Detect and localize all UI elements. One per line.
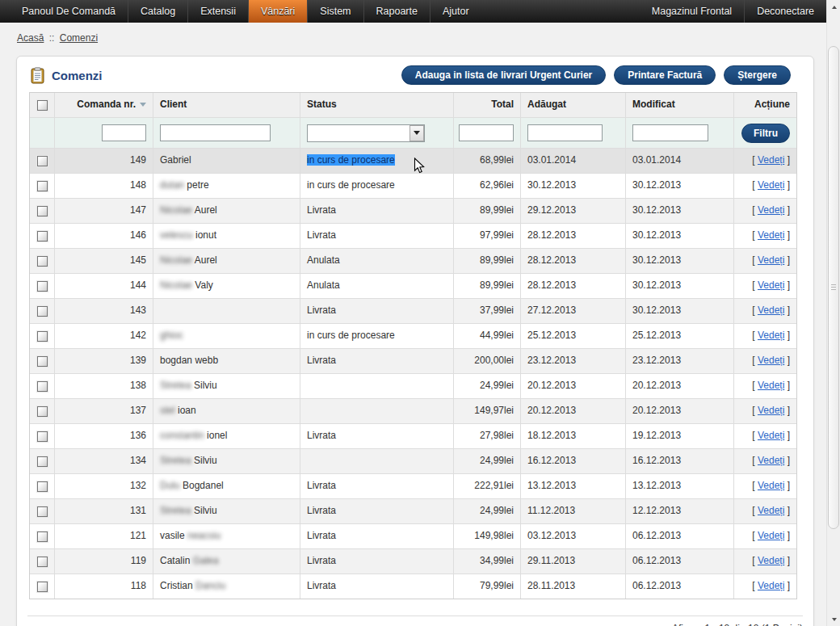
order-status: Livrata — [300, 524, 454, 548]
filter-order-input[interactable] — [102, 124, 146, 141]
column-header-total[interactable]: Total — [454, 93, 521, 117]
view-order-link[interactable]: Vedeți — [758, 405, 784, 416]
view-order-link[interactable]: Vedeți — [758, 580, 784, 591]
filter-modified-input[interactable] — [632, 124, 708, 141]
nav-item-panoul-de-comand-[interactable]: Panoul De Comandă — [10, 0, 128, 23]
filter-client-input[interactable] — [160, 124, 271, 141]
view-order-link[interactable]: Vedeți — [758, 330, 784, 341]
view-order-link[interactable]: Vedeți — [758, 555, 784, 566]
date-added: 13.12.2013 — [521, 474, 626, 498]
date-modified: 30.12.2013 — [626, 249, 734, 273]
nav-item-deconectare[interactable]: Deconectare — [744, 0, 826, 23]
table-row: 136constantin ionelLivrata27,98lei18.12.… — [30, 424, 796, 449]
view-order-link[interactable]: Vedeți — [758, 355, 784, 366]
row-checkbox[interactable] — [37, 306, 48, 317]
action-cell: [ Vedeți ] — [734, 349, 796, 373]
row-checkbox[interactable] — [37, 531, 48, 542]
nav-item-extensii[interactable]: Extensii — [187, 0, 248, 23]
toolbar-button-printare-factur-[interactable]: Printare Factură — [614, 65, 716, 85]
table-row: 138Stretea Silviu24,99lei20.12.201320.12… — [30, 374, 796, 399]
breadcrumb-home-link[interactable]: Acasă — [17, 32, 44, 44]
row-checkbox[interactable] — [37, 181, 48, 191]
row-checkbox[interactable] — [37, 256, 48, 267]
filter-added-input[interactable] — [527, 124, 603, 141]
toolbar-button-adauga-in-lista-de-livrari-urg[interactable]: Adauga in lista de livrari Urgent Curier — [401, 65, 606, 85]
order-number: 132 — [55, 474, 153, 498]
row-checkbox[interactable] — [37, 156, 48, 166]
filter-button[interactable]: Filtru — [741, 124, 790, 143]
scrollbar-down-button[interactable] — [827, 612, 840, 626]
order-number: 118 — [55, 574, 153, 599]
row-checkbox[interactable] — [37, 406, 48, 417]
order-total: 79,99lei — [454, 574, 521, 599]
view-order-link[interactable]: Vedeți — [758, 204, 784, 216]
view-order-link[interactable]: Vedeți — [758, 254, 784, 266]
order-status: Livrata — [300, 574, 454, 599]
row-checkbox[interactable] — [37, 506, 48, 517]
view-order-link[interactable]: Vedeți — [758, 380, 784, 391]
vertical-scrollbar[interactable] — [826, 0, 840, 626]
scrollbar-thumb[interactable] — [828, 46, 839, 529]
row-checkbox[interactable] — [37, 582, 48, 592]
scrollbar-up-button[interactable] — [827, 0, 840, 14]
view-order-link[interactable]: Vedeți — [758, 480, 784, 491]
row-checkbox[interactable] — [37, 331, 48, 342]
row-checkbox[interactable] — [37, 557, 48, 567]
view-order-link[interactable]: Vedeți — [758, 154, 784, 166]
view-order-link[interactable]: Vedeți — [758, 530, 784, 541]
view-order-link[interactable]: Vedeți — [758, 305, 784, 316]
redacted-name: Dulu — [160, 480, 180, 491]
row-checkbox[interactable] — [37, 481, 48, 492]
order-status: Livrata — [300, 349, 454, 373]
toolbar-button--tergere[interactable]: Ștergere — [724, 65, 791, 85]
row-checkbox[interactable] — [37, 381, 48, 392]
column-header-added[interactable]: Adăugat — [521, 93, 626, 117]
row-checkbox[interactable] — [37, 456, 48, 467]
column-header-modified[interactable]: Modificat — [626, 93, 734, 117]
date-modified: 20.12.2013 — [626, 399, 734, 423]
view-order-link[interactable]: Vedeți — [758, 505, 784, 516]
view-order-link[interactable]: Vedeți — [758, 179, 784, 191]
nav-item-v-nz-ri[interactable]: Vânzări — [248, 0, 307, 23]
client-name: Gabriel — [153, 149, 300, 173]
nav-item-catalog[interactable]: Catalog — [128, 0, 187, 23]
date-added: 28.12.2013 — [521, 249, 626, 273]
date-modified: 25.12.2013 — [626, 324, 734, 348]
breadcrumb-current-link[interactable]: Comenzi — [60, 32, 98, 44]
order-total: 149,97lei — [454, 399, 521, 423]
order-total: 37,99lei — [454, 299, 521, 323]
view-order-link[interactable]: Vedeți — [758, 229, 784, 241]
date-modified: 30.12.2013 — [626, 224, 734, 248]
row-checkbox[interactable] — [37, 231, 48, 242]
filter-status-select[interactable] — [307, 124, 425, 142]
view-order-link[interactable]: Vedeți — [758, 279, 784, 291]
action-cell: [ Vedeți ] — [734, 324, 796, 348]
order-status: Anulata — [300, 249, 454, 273]
redacted-name: Stretea — [160, 380, 191, 391]
table-row: 142ghiocin curs de procesare44,99lei25.1… — [30, 324, 796, 349]
orders-table: Comanda nr. Client Status Total Adăugat … — [29, 92, 797, 599]
row-checkbox[interactable] — [37, 431, 48, 442]
date-added: 30.12.2013 — [521, 174, 626, 198]
column-header-client[interactable]: Client — [153, 93, 300, 117]
view-order-link[interactable]: Vedeți — [758, 455, 784, 466]
nav-item-ajutor[interactable]: Ajutor — [430, 0, 481, 23]
column-header-status[interactable]: Status — [300, 93, 454, 117]
action-cell: [ Vedeți ] — [734, 399, 796, 423]
date-added: 27.12.2013 — [521, 299, 626, 323]
order-number: 134 — [55, 449, 153, 473]
column-header-order[interactable]: Comanda nr. — [55, 93, 153, 117]
nav-item-sistem[interactable]: Sistem — [307, 0, 363, 23]
nav-item-magazinul-frontal[interactable]: Magazinul Frontal — [640, 0, 744, 23]
date-added: 20.12.2013 — [521, 374, 626, 398]
combo-dropdown-button[interactable] — [410, 125, 424, 141]
row-checkbox[interactable] — [37, 281, 48, 292]
order-total: 24,99lei — [454, 499, 521, 523]
view-order-link[interactable]: Vedeți — [758, 430, 784, 441]
row-checkbox[interactable] — [37, 356, 48, 367]
row-checkbox[interactable] — [37, 206, 48, 216]
select-all-checkbox[interactable] — [37, 100, 48, 111]
filter-total-input[interactable] — [459, 124, 514, 141]
date-added: 28.12.2013 — [521, 224, 626, 248]
nav-item-rapoarte[interactable]: Rapoarte — [363, 0, 430, 23]
